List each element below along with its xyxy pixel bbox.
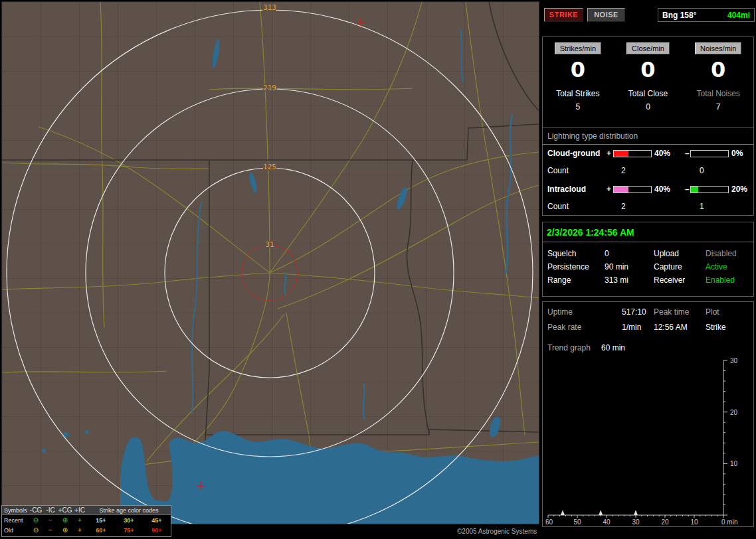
range-label: Range — [547, 275, 571, 285]
side-panel: STRIKE NOISE Bng 158° 404mi Strikes/min … — [541, 0, 756, 539]
trend-graph-label: Trend graph — [547, 343, 591, 352]
nexstorm-window: 313 219 125 31 ©2005 Astrogenic Systems … — [0, 0, 756, 539]
legend-col-pos-ic: +IC — [72, 507, 87, 514]
stats-panel: Strikes/min Close/min Noises/min 0 0 0 T… — [542, 37, 754, 216]
trend-graph-window: 60 min — [601, 343, 625, 352]
intracloud-negative-pct: 20% — [731, 185, 747, 194]
squelch-label: Squelch — [547, 249, 576, 258]
svg-text:125: 125 — [263, 163, 276, 171]
legend-col-neg-ic: -IC — [43, 507, 58, 514]
session-row: Peak rate 1/min 12:56 AM Strike — [543, 323, 753, 333]
peak-time-label: Peak time — [654, 307, 689, 317]
divider — [543, 127, 753, 128]
noises-per-min-button[interactable]: Noises/min — [695, 42, 741, 54]
persistence-value: 90 min — [605, 262, 628, 271]
intracloud-positive-count: 2 — [621, 202, 626, 211]
range-value: 313 mi — [605, 275, 628, 285]
cloud-ground-count-row: Count 2 0 — [543, 166, 753, 177]
intracloud-negative-bar — [690, 186, 729, 193]
legend-col-neg-cg: -CG — [29, 507, 43, 514]
circle-minus-icon: ⊖ — [29, 517, 43, 524]
trend-graph: 3020106050403020100 min — [545, 358, 752, 525]
legend-age-header: Strike age color codes — [87, 507, 171, 514]
svg-text:219: 219 — [263, 84, 276, 92]
map-svg: 313 219 125 31 — [2, 2, 539, 524]
noise-toggle-button[interactable]: NOISE — [587, 8, 625, 22]
circle-plus-icon: ⊕ — [58, 527, 72, 534]
bearing-value: Bng 158° — [662, 11, 696, 20]
plus-icon: + — [72, 527, 87, 534]
peak-time-value: 12:56 AM — [654, 323, 688, 332]
session-row: Trend graph 60 min — [543, 343, 753, 354]
legend-symbols-header: Symbols — [2, 507, 29, 514]
plus-sign: + — [607, 149, 611, 158]
cloud-ground-positive-pct: 40% — [654, 149, 670, 158]
session-panel: Uptime 517:10 Peak time Plot Peak rate 1… — [542, 301, 754, 527]
session-row: Uptime 517:10 Peak time Plot — [543, 307, 753, 318]
squelch-value: 0 — [605, 249, 609, 258]
svg-text:50: 50 — [573, 518, 581, 526]
plus-icon: + — [72, 517, 87, 524]
age-code-60: 60+ — [87, 527, 115, 534]
distance-value: 404mi — [727, 11, 750, 20]
persistence-label: Persistence — [547, 262, 589, 271]
svg-text:30: 30 — [632, 518, 640, 526]
total-noises-value: 7 — [683, 102, 753, 112]
age-code-45: 45+ — [143, 517, 171, 524]
noises-per-min-value: 0 — [683, 54, 753, 85]
lightning-map[interactable]: 313 219 125 31 — [1, 1, 539, 524]
bearing-distance-display: Bng 158° 404mi — [658, 8, 755, 22]
dash-icon: − — [43, 517, 58, 524]
cloud-ground-positive-count: 2 — [621, 166, 626, 175]
total-close-value: 0 — [613, 102, 684, 112]
svg-text:0 min: 0 min — [721, 518, 737, 526]
status-row: Range 313 mi Receiver Enabled — [543, 275, 753, 286]
age-code-30: 30+ — [115, 517, 143, 524]
total-strikes-value: 5 — [543, 102, 613, 112]
age-code-75: 75+ — [115, 527, 143, 534]
cloud-ground-negative-pct: 0% — [731, 149, 743, 158]
receiver-label: Receiver — [654, 275, 685, 285]
circle-minus-icon: ⊖ — [29, 527, 43, 534]
svg-text:30: 30 — [730, 357, 738, 364]
svg-text:313: 313 — [263, 3, 276, 12]
cloud-ground-label: Cloud-ground — [547, 149, 600, 158]
close-per-min-button[interactable]: Close/min — [626, 42, 670, 54]
plot-value: Strike — [706, 323, 726, 332]
age-code-90: 90+ — [143, 527, 171, 534]
cloud-ground-row: Cloud-ground + 40% – 0% — [543, 149, 753, 159]
strike-toggle-button[interactable]: STRIKE — [544, 8, 583, 22]
strikes-per-min-button[interactable]: Strikes/min — [555, 42, 601, 54]
datetime-display: 2/3/2026 1:24:56 AM — [547, 227, 634, 238]
intracloud-positive-bar — [613, 186, 652, 193]
total-close-label: Total Close — [613, 89, 684, 98]
svg-text:10: 10 — [690, 518, 698, 526]
capture-label: Capture — [654, 262, 682, 271]
status-panel: 2/3/2026 1:24:56 AM Squelch 0 Upload Dis… — [542, 222, 754, 297]
strikes-per-min-value: 0 — [543, 54, 613, 85]
upload-status: Disabled — [706, 249, 737, 258]
cloud-ground-negative-count: 0 — [700, 166, 704, 175]
status-row: Squelch 0 Upload Disabled — [543, 249, 753, 260]
receiver-status: Enabled — [706, 275, 735, 285]
intracloud-positive-pct: 40% — [654, 185, 670, 194]
total-strikes-label: Total Strikes — [543, 89, 613, 98]
capture-status: Active — [706, 262, 727, 271]
plus-sign: + — [607, 185, 611, 194]
uptime-label: Uptime — [547, 307, 573, 317]
distribution-title: Lightning type distribution — [547, 131, 638, 141]
svg-text:20: 20 — [661, 518, 669, 526]
divider — [543, 242, 753, 242]
legend-recent-label: Recent — [2, 517, 29, 524]
svg-text:60: 60 — [545, 518, 553, 526]
svg-text:40: 40 — [603, 518, 611, 526]
svg-text:20: 20 — [730, 409, 738, 416]
cloud-ground-positive-bar — [613, 150, 652, 157]
minus-sign: – — [685, 185, 690, 194]
intracloud-count-row: Count 2 1 — [543, 202, 753, 212]
circle-plus-icon: ⊕ — [58, 517, 72, 524]
close-per-min-value: 0 — [613, 54, 684, 85]
count-label: Count — [547, 166, 569, 175]
svg-text:31: 31 — [265, 240, 274, 249]
total-noises-label: Total Noises — [683, 89, 753, 98]
